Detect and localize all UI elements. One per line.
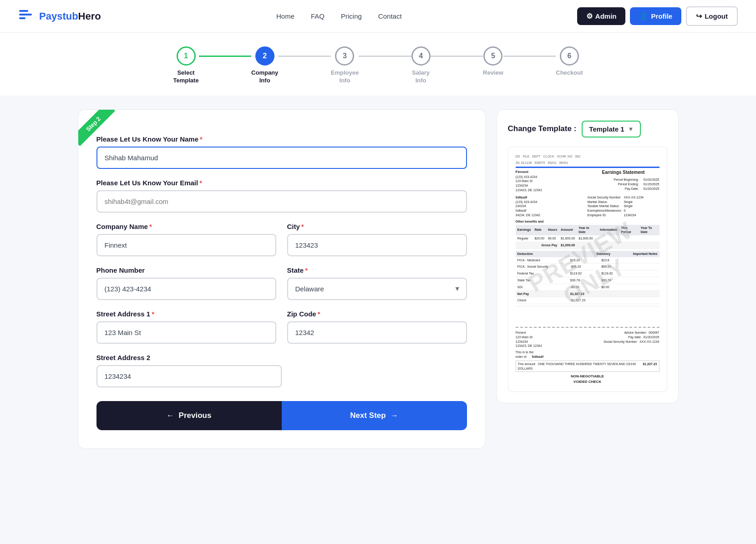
gear-icon: ⚙ [586,12,593,20]
step-1-circle: 1 [177,46,196,66]
email-group: Please Let Us Know Your Email* [96,179,467,213]
bottom-nav: ← Previous Next Step → [96,401,467,430]
name-label: Please Let Us Know Your Name* [96,135,467,143]
logout-button[interactable]: ↪ Logout [686,6,738,26]
preview-company-address: 123 Main St [516,179,588,183]
email-label: Please Let Us Know Your Email* [96,179,467,187]
name-input[interactable] [96,147,467,169]
svg-rect-2 [19,17,25,19]
nav-contact[interactable]: Contact [378,12,402,20]
zip-col: Zip Code* [287,310,467,344]
state-label: State* [287,266,467,274]
preview-advice-number: 000087 [649,331,659,334]
step-2: 2 CompanyInfo [251,46,278,85]
street2-group: Street Address 2 [96,354,467,387]
preview-exemptions: 0 [624,208,644,213]
name-group: Please Let Us Know Your Name* [96,135,467,169]
step-4-label: SalaryInfo [412,69,430,85]
template-dropdown[interactable]: Template 1 ▼ [582,121,641,137]
nav-home[interactable]: Home [276,12,294,20]
preview-empid: 1234234 [624,213,644,218]
preview-company-phone: (123) 423-4234 [516,175,588,179]
form-panel: Step 2 Please Let Us Know Your Name* Ple… [78,109,486,449]
preview-employee-id2: Sdfasdf [516,208,588,213]
connector-3-4 [359,56,411,57]
user-icon: 👤 [639,12,648,20]
street2-input[interactable] [96,365,282,387]
svg-rect-0 [19,10,28,12]
zip-input[interactable] [287,321,467,344]
preview-taxmarital: Single [624,204,644,208]
preview-employee-addr: 34234, DE 12342 [516,213,588,218]
template-selector: Change Template : Template 1 ▼ DD FILE D… [497,109,679,403]
stepper-container: 1 SelectTemplate 2 CompanyInfo 3 Employe… [0,33,756,96]
state-col: State* Delaware California New York Texa… [287,266,467,300]
connector-4-5 [431,56,483,57]
step-5-label: Review [483,69,503,77]
previous-button[interactable]: ← Previous [96,401,282,430]
chevron-down-icon: ▼ [628,126,634,132]
street1-zip-row: Street Address 1* Zip Code* [96,310,467,344]
preview-employee-name: Sdfasdf [516,195,588,200]
city-col: City* [287,223,467,256]
city-label: City* [287,223,467,230]
company-name-col: Company Name* [96,223,276,256]
step-6: 6 Checkout [556,46,583,77]
preview-pay-date: 01/20/2025 [643,187,659,191]
change-template-label: Change Template : [508,124,577,133]
connector-5-6 [503,56,556,57]
preview-employee-phone: (123) 423-4234 [516,200,588,204]
street2-label: Street Address 2 [96,354,467,361]
preview-period-beginning: 01/02/2025 [643,178,659,182]
zip-label: Zip Code* [287,310,467,318]
state-select-wrapper: Delaware California New York Texas Flori… [287,278,467,300]
arrow-right-icon: → [391,411,398,420]
step-6-label: Checkout [556,69,583,77]
logout-icon: ↪ [696,12,702,20]
phone-input[interactable] [96,278,276,300]
step-badge: Step 2 [78,110,115,146]
preview-company-name: Finnext [516,169,588,174]
step-2-label: CompanyInfo [251,69,278,85]
main-content: Step 2 Please Let Us Know Your Name* Ple… [60,96,697,463]
step-4-circle: 4 [411,46,431,66]
nav-pricing[interactable]: Pricing [341,12,362,20]
profile-button[interactable]: 👤 Profile [630,7,681,25]
connector-2-3 [278,56,330,57]
admin-button[interactable]: ⚙ Admin [577,7,626,25]
step-3: 3 EmployeeInfo [331,46,359,85]
state-select[interactable]: Delaware California New York Texas Flori… [287,278,467,300]
svg-rect-1 [19,14,32,15]
email-input[interactable] [96,190,467,213]
company-name-input[interactable] [96,234,276,256]
city-input[interactable] [287,234,467,256]
logo-icon [18,6,35,26]
preview-deductions-table: DeductionStatutoryImportant Notes FICA -… [516,251,660,304]
logo-text: PaystubHero [39,10,101,22]
step-1-label: SelectTemplate [173,69,199,85]
step-6-circle: 6 [560,46,579,66]
street1-input[interactable] [96,321,276,344]
step-5: 5 Review [483,46,503,77]
right-panel: Change Template : Template 1 ▼ DD FILE D… [497,109,679,449]
preview-ssn: XXX-XX-1234 [624,195,644,200]
next-step-button[interactable]: Next Step → [282,401,467,430]
step-4: 4 SalaryInfo [411,46,431,85]
main-nav: Home FAQ Pricing Contact [276,12,402,20]
preview-company-citystate: 123423, DE 12342 [516,188,588,193]
step-2-circle: 2 [255,46,274,66]
preview-earnings-table: EarningsRateHoursAmountYear to Date Info… [516,225,660,249]
step-1: 1 SelectTemplate [173,46,199,85]
header-actions: ⚙ Admin 👤 Profile ↪ Logout [577,6,738,26]
step-3-circle: 3 [335,46,354,66]
company-name-label: Company Name* [96,223,276,230]
preview-period-ending: 01/15/2025 [643,182,659,187]
phone-state-row: Phone Number State* Delaware California … [96,266,467,300]
preview-company-city: 1234234 [516,183,588,188]
phone-col: Phone Number [96,266,276,300]
preview-marital: Single [624,200,644,204]
street1-col: Street Address 1* [96,310,276,344]
street1-label: Street Address 1* [96,310,276,318]
step-5-circle: 5 [483,46,502,66]
nav-faq[interactable]: FAQ [311,12,325,20]
